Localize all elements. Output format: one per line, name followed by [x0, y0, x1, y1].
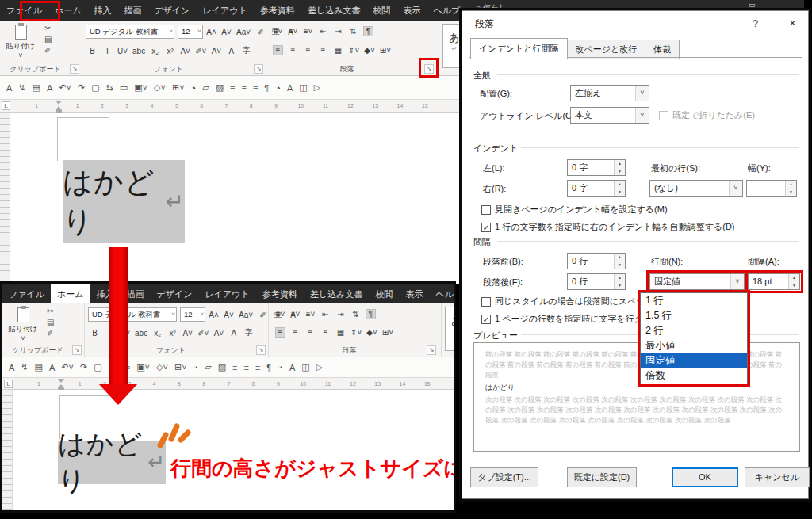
search-icon[interactable]: ○ 何をし — [476, 2, 507, 10]
multilevel-list-icon[interactable]: ≡˅ — [303, 27, 313, 36]
autoformat-icon[interactable]: ↯ — [18, 82, 25, 93]
font-dialog-launcher-icon[interactable]: ↘ — [254, 64, 263, 74]
font-name-box[interactable]: UD デジタル 教科書˅ — [86, 25, 174, 39]
highlighted-paragraph[interactable]: はかどり ↵ — [63, 160, 185, 243]
indent-right-spinner[interactable]: 0 字 ▲▼ — [567, 180, 626, 197]
tab-selector-icon[interactable]: L — [2, 101, 10, 110]
tab-review[interactable]: 校閲 — [366, 0, 396, 21]
tab-indents-and-spacing[interactable]: インデントと行間隔 — [470, 38, 568, 59]
align-right-icon[interactable]: ≡ — [305, 328, 316, 337]
highlight-icon[interactable]: ✐˅ — [195, 47, 206, 55]
spin-down-icon[interactable]: ▼ — [615, 261, 625, 269]
clipboard-dialog-launcher-icon[interactable]: ↘ — [72, 345, 82, 355]
tab-insert[interactable]: 挿入 — [88, 0, 118, 21]
first-line-width-spinner[interactable]: ▲▼ — [746, 180, 797, 197]
text-effects-icon[interactable]: A˅ — [180, 47, 190, 55]
space-after-spinner[interactable]: 0 行 ▲▼ — [567, 273, 626, 290]
indent-marker[interactable] — [57, 379, 64, 391]
shapes-icon[interactable]: ◇˅ — [156, 362, 168, 372]
grow-font-icon[interactable]: A˄ — [209, 311, 219, 319]
increase-indent-icon[interactable]: ⇥ — [333, 27, 343, 36]
strikethrough-icon[interactable]: abc — [135, 329, 147, 338]
bold-icon[interactable]: B — [90, 329, 100, 338]
search-icon[interactable]: ◔ — [275, 83, 281, 93]
spin-down-icon[interactable]: ▼ — [789, 282, 799, 290]
shapes-icon[interactable]: ◇˅ — [154, 82, 166, 93]
number-list-icon[interactable]: ≡˅ — [288, 27, 298, 36]
select-icon[interactable]: ▷ — [314, 82, 320, 93]
paragraph-dialog-launcher-icon[interactable]: ↘ — [427, 345, 436, 355]
mirror-indents-checkbox[interactable]: 見開きページのインデント幅を設定する(M) — [481, 204, 668, 216]
spacing-at-spinner[interactable]: 18 pt ▲▼ — [748, 273, 800, 290]
spin-down-icon[interactable]: ▼ — [786, 189, 796, 197]
align-left-icon[interactable]: ≡ — [275, 327, 285, 338]
restore-window-icon[interactable]: ▭ — [749, 1, 756, 9]
align-center-icon[interactable]: ≡ — [242, 83, 247, 93]
align-center-icon[interactable]: ≡ — [290, 328, 301, 337]
align-right-icon[interactable]: ≡ — [303, 46, 313, 55]
tab-selector-icon[interactable]: L — [4, 380, 13, 388]
close-icon[interactable]: × — [789, 16, 796, 29]
undo-icon[interactable]: ↶˅ — [61, 362, 74, 372]
clear-formatting-icon[interactable]: ✐ — [255, 28, 266, 36]
texture-icon[interactable]: ▨ — [216, 82, 224, 93]
underline-icon[interactable]: U˅ — [117, 47, 128, 55]
autoformat-icon[interactable]: ↯ — [21, 362, 28, 372]
tab-view[interactable]: 表示 — [396, 0, 427, 21]
align-center-icon[interactable]: ≡ — [288, 46, 298, 55]
tab-file[interactable]: ファイル — [2, 284, 51, 303]
picture-icon[interactable]: ▣˅ — [134, 82, 147, 93]
pilcrow-icon[interactable]: ¶ — [264, 83, 269, 93]
auto-adjust-indent-checkbox[interactable]: ✓ 1 行の文字数を指定時に右のインデント幅を自動調整する(D) — [481, 221, 735, 233]
align-center-icon[interactable]: ≡ — [244, 363, 249, 372]
table-icon[interactable]: ⊞˅ — [174, 362, 187, 372]
set-as-default-button[interactable]: 既定に設定(D) — [567, 467, 637, 487]
show-marks-icon[interactable]: ¶ — [366, 309, 376, 319]
sort-icon[interactable]: ⇅ — [350, 310, 361, 319]
superscript-icon[interactable]: x² — [167, 329, 178, 338]
borders-icon[interactable]: ⊞˅ — [382, 328, 393, 337]
subscript-icon[interactable]: x₂ — [150, 47, 160, 55]
cancel-button[interactable]: キャンセル — [745, 467, 810, 487]
dropdown-option-1-5[interactable]: 1.5 行 — [641, 308, 747, 323]
bullet-list-icon[interactable]: ≡˅ — [275, 310, 285, 319]
align-right-icon[interactable]: ≡ — [253, 83, 258, 93]
undo-icon[interactable]: ↶˅ — [59, 82, 71, 93]
paste-button[interactable]: 貼り付け ˅ — [5, 25, 36, 59]
draw-icon[interactable]: ▱ — [205, 362, 211, 372]
change-case-icon[interactable]: Aa˅ — [239, 311, 253, 319]
bold-icon[interactable]: B — [87, 47, 98, 55]
enclose-characters-icon[interactable]: 字 — [241, 45, 251, 56]
select-icon[interactable]: ▷ — [316, 362, 323, 372]
decrease-indent-icon[interactable]: ⇤ — [318, 27, 328, 36]
text-icon[interactable]: A — [49, 363, 55, 372]
spin-up-icon[interactable]: ▲ — [615, 274, 625, 282]
shading-icon[interactable]: ◆˅ — [364, 46, 375, 55]
texture-icon[interactable]: ▨ — [218, 362, 226, 372]
font-color-icon[interactable]: A˅ — [211, 47, 221, 55]
cut-icon[interactable]: ✂ — [44, 24, 52, 32]
number-list-icon[interactable]: ≡˅ — [290, 310, 301, 319]
dropdown-option-double[interactable]: 2 行 — [641, 323, 747, 338]
tab-mailings[interactable]: 差し込み文書 — [304, 284, 370, 303]
align-left-icon[interactable]: ≡ — [273, 45, 283, 55]
subscript-icon[interactable]: x₂ — [152, 329, 163, 338]
multilevel-list-icon[interactable]: ≡˅ — [305, 310, 316, 319]
tabs-button[interactable]: タブ設定(T)... — [470, 467, 538, 487]
clear-formatting-icon[interactable]: ✐ — [258, 311, 268, 319]
format-painter-icon[interactable]: ✐ — [47, 329, 54, 338]
font-dialog-launcher-icon[interactable]: ↘ — [256, 345, 266, 355]
dropdown-option-exactly[interactable]: 固定値 — [641, 353, 747, 368]
spin-down-icon[interactable]: ▼ — [615, 168, 625, 176]
indent-marker[interactable] — [55, 101, 62, 113]
text-box-icon[interactable]: A — [287, 83, 293, 93]
tab-design[interactable]: デザイン — [151, 284, 199, 303]
cut-icon[interactable]: ✂ — [47, 307, 54, 315]
copy-icon[interactable]: ▤ — [47, 318, 54, 326]
style-gallery-preview[interactable]: あ ↵ — [445, 307, 456, 351]
tab-view[interactable]: 表示 — [399, 284, 429, 303]
shading-icon[interactable]: ◆˅ — [366, 328, 377, 337]
show-marks-icon[interactable]: ¶ — [363, 26, 373, 36]
clipboard-dialog-launcher-icon[interactable]: ↘ — [70, 64, 79, 74]
fill-icon[interactable]: ◔ — [193, 363, 199, 372]
